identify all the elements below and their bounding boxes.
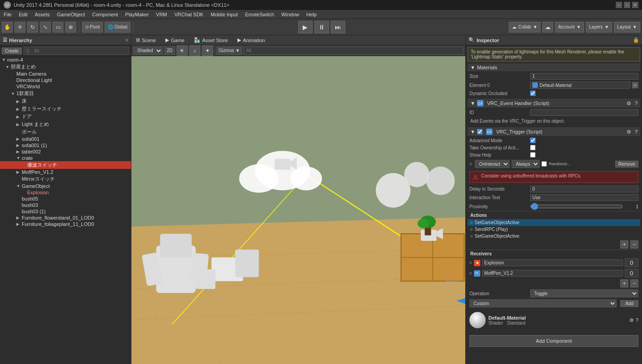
hierarchy-item-door[interactable]: ▶ ドア	[0, 113, 131, 120]
menu-mobile-input[interactable]: Mobile Input	[207, 11, 241, 18]
menu-vrm[interactable]: VRM	[152, 11, 170, 18]
hierarchy-create-button[interactable]: Create	[2, 48, 22, 54]
dynamic-occluded-checkbox[interactable]	[530, 91, 536, 96]
shading-dropdown[interactable]: Shaded	[133, 47, 163, 55]
gizmos-dropdown[interactable]: Gizmos ▼	[217, 47, 242, 55]
rect-tool-button[interactable]: ▭	[53, 22, 63, 33]
pivot-button[interactable]: ⊙ Pivot	[82, 22, 103, 33]
add-button[interactable]: Add	[620, 300, 638, 307]
titlebar-controls[interactable]: ─ □ ✕	[616, 2, 638, 8]
hierarchy-item-bush03[interactable]: bush03	[0, 202, 131, 208]
id-input[interactable]	[530, 109, 638, 116]
add-component-button[interactable]: Add Component	[469, 335, 638, 347]
receivers-remove-button[interactable]: −	[630, 279, 638, 287]
menu-component[interactable]: Component	[88, 11, 121, 18]
trigger-event-dropdown[interactable]: OnInteract	[475, 160, 510, 168]
maximize-button[interactable]: □	[624, 2, 630, 8]
lighting-toggle[interactable]: ☀	[177, 45, 188, 56]
hierarchy-item-vrcworld[interactable]: VRCWorld	[0, 83, 131, 90]
hierarchy-item-floor1[interactable]: ▼ 1群屋目	[0, 90, 131, 97]
hierarchy-item-table002[interactable]: ▶ table002	[0, 148, 131, 155]
menu-playmaker[interactable]: PlayMaker	[121, 11, 152, 18]
menu-file[interactable]: File	[0, 11, 15, 18]
hierarchy-item-lightgrp[interactable]: ▶ Light まとめ	[0, 120, 131, 128]
audio-toggle[interactable]: ♪	[189, 45, 200, 56]
hierarchy-item-yuka[interactable]: ▶ 床	[0, 97, 131, 105]
menu-gameobject[interactable]: GameObject	[53, 11, 89, 18]
receiver-num-0[interactable]	[625, 259, 638, 267]
hierarchy-item-room4[interactable]: ▼ room-4	[0, 57, 131, 63]
hierarchy-item-moffpen[interactable]: ▶ MoffPen_V1.2	[0, 169, 131, 175]
rotate-tool-button[interactable]: ↻	[27, 22, 38, 33]
cloud-button[interactable]: ☁	[542, 22, 553, 33]
action-item-0[interactable]: ≡ SetGameObjectActive	[468, 219, 640, 226]
menu-assets[interactable]: Assets	[31, 11, 53, 18]
take-ownership-checkbox[interactable]	[530, 145, 536, 150]
vrc-event-help-icon[interactable]: ?	[635, 101, 637, 106]
hierarchy-item-explosion[interactable]: Explosion	[0, 189, 131, 196]
action-item-1[interactable]: ≡ SendRPC (Play)	[468, 226, 640, 233]
play-button[interactable]: ▶	[298, 21, 313, 34]
hierarchy-item-heya[interactable]: ▼ 部屋まとめ	[0, 63, 131, 71]
hierarchy-item-furniture2[interactable]: ▶ Furniture_foliageplant_11_LOD0	[0, 221, 131, 227]
hierarchy-item-maincamera[interactable]: Main Camera	[0, 71, 131, 77]
hierarchy-item-sofa001-1[interactable]: ▶ sofa001 (1)	[0, 142, 131, 148]
vrc-trigger-checkbox[interactable]	[477, 129, 483, 134]
material-settings-icon[interactable]: ⚙	[629, 317, 634, 323]
trigger-timing-dropdown[interactable]: Always	[512, 160, 540, 168]
material-help-icon[interactable]: ?	[636, 317, 638, 323]
layers-dropdown[interactable]: Layers ▼	[586, 22, 612, 33]
remove-button[interactable]: Remove	[615, 161, 638, 168]
hierarchy-item-switch[interactable]: 優波スイッチ	[0, 161, 131, 169]
move-tool-button[interactable]: ✛	[14, 22, 25, 33]
action-item-2[interactable]: ≡ SetGameObjectActive	[468, 233, 640, 239]
vrc-event-header[interactable]: ▼ C# VRC_Event Handler (Script) ⚙ ?	[468, 99, 640, 108]
actions-add-button[interactable]: +	[620, 240, 628, 249]
delay-input[interactable]	[530, 186, 638, 192]
fx-toggle[interactable]: ✦	[202, 45, 213, 56]
tab-animation[interactable]: ▶ Animation	[233, 35, 270, 45]
hand-tool-button[interactable]: ✋	[2, 22, 13, 33]
hierarchy-item-dirlight[interactable]: Directional Light	[0, 77, 131, 83]
hierarchy-item-ball[interactable]: ボール	[0, 128, 131, 136]
actions-remove-button[interactable]: −	[630, 240, 638, 249]
receivers-add-button[interactable]: +	[620, 279, 628, 287]
layout-dropdown[interactable]: Layout ▼	[614, 22, 640, 33]
menu-help[interactable]: Help	[303, 11, 320, 18]
hierarchy-item-furniture1[interactable]: ▶ Furniture_flowerstand_01_LOD0	[0, 215, 131, 221]
custom-dropdown[interactable]: Custom	[469, 299, 617, 307]
account-dropdown[interactable]: Account ▼	[555, 22, 584, 33]
close-button[interactable]: ✕	[632, 2, 638, 8]
tab-scene[interactable]: ⊞ Scene	[131, 35, 161, 45]
menu-edit[interactable]: Edit	[15, 11, 31, 18]
hierarchy-search-input[interactable]	[24, 47, 129, 55]
tab-assetstore[interactable]: 🏪 Asset Store	[189, 35, 233, 45]
scale-tool-button[interactable]: ⤡	[40, 22, 51, 33]
vrc-trigger-help-icon[interactable]: ?	[635, 129, 637, 134]
global-button[interactable]: 🌐 Global	[105, 22, 130, 33]
randomize-checkbox[interactable]	[541, 161, 547, 167]
transform-tool-button[interactable]: ⊕	[65, 22, 76, 33]
materials-section-header[interactable]: ▼ Materials	[468, 63, 640, 72]
menu-vrchat-sdk[interactable]: VRChat SDK	[171, 11, 207, 18]
receiver-num-1[interactable]	[625, 269, 638, 278]
element0-picker[interactable]: ⊙	[632, 82, 638, 88]
hierarchy-menu-icon[interactable]: ≡	[126, 38, 128, 43]
interaction-text-input[interactable]	[530, 194, 638, 201]
advanced-mode-checkbox[interactable]	[530, 138, 536, 143]
operation-dropdown[interactable]: Toggle	[530, 289, 638, 297]
vrc-event-settings-icon[interactable]: ⚙	[627, 101, 631, 106]
vrc-trigger-settings-icon[interactable]: ⚙	[627, 129, 631, 135]
hierarchy-item-gameobj[interactable]: ▼ GameObject	[0, 183, 131, 189]
hierarchy-item-bush03-1[interactable]: bush03 (1)	[0, 208, 131, 215]
vrc-trigger-header[interactable]: ▼ C# VRC_Trigger (Script) ⚙ ?	[468, 127, 640, 137]
hierarchy-item-bush05[interactable]: bush05	[0, 196, 131, 202]
scene-viewport[interactable]: Persp ⊞ Persp	[131, 56, 465, 364]
minimize-button[interactable]: ─	[616, 2, 622, 8]
step-button[interactable]: ⏭	[331, 21, 345, 34]
tab-game[interactable]: ▶ Game	[161, 35, 189, 45]
hierarchy-item-mirror[interactable]: Mirrorスイッチ	[0, 175, 131, 183]
pause-button[interactable]: ⏸	[314, 21, 329, 34]
menu-emoteswitch[interactable]: EmoteSwitch	[241, 11, 278, 18]
hierarchy-item-kabe[interactable]: ▶ 壁ミラースイッチ	[0, 105, 131, 113]
